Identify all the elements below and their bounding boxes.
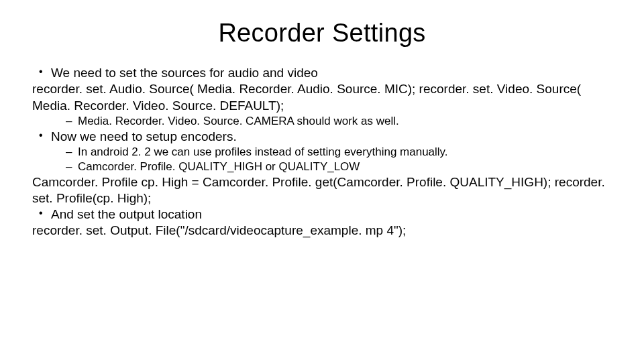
- subbullet-camera-source: Media. Recorder. Video. Source. CAMERA s…: [32, 114, 612, 129]
- slide-title: Recorder Settings: [32, 19, 612, 48]
- code-output-file: recorder. set. Output. File("/sdcard/vid…: [32, 223, 612, 239]
- bullet-set-sources: We need to set the sources for audio and…: [32, 65, 612, 81]
- code-profile-calls: Camcorder. Profile cp. High = Camcorder.…: [32, 174, 612, 207]
- subbullet-quality-constants: Camcorder. Profile. QUALITY_HIGH or QUAL…: [32, 160, 612, 174]
- slide-container: Recorder Settings We need to set the sou…: [0, 0, 644, 362]
- slide-body: We need to set the sources for audio and…: [32, 65, 612, 239]
- subbullet-profiles: In android 2. 2 we can use profiles inst…: [32, 145, 612, 160]
- code-source-calls: recorder. set. Audio. Source( Media. Rec…: [32, 81, 612, 114]
- bullet-setup-encoders: Now we need to setup encoders.: [32, 129, 612, 145]
- bullet-output-location: And set the output location: [32, 206, 612, 223]
